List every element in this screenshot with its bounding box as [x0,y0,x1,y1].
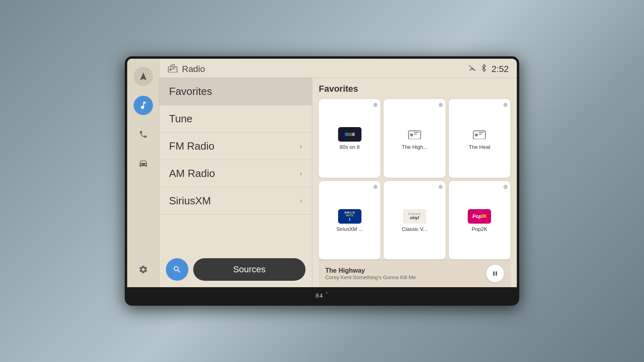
infotainment-screen: Radio 2:52 [125,56,519,306]
fav-card-classic-vinyl[interactable]: ⊕ Classic vinyl Classic V... [384,181,445,260]
screen-content: Radio 2:52 [127,59,517,287]
am-radio-chevron: › [300,169,302,178]
fav-logo-pop2k: Pop 2K [467,208,491,224]
fav-add-icon-3: ⊕ [503,101,508,108]
fav-label-the-highway: The High... [402,144,427,150]
fav-add-icon-6: ⊕ [503,183,508,190]
menu-item-tune[interactable]: Tune [159,105,312,133]
top-bar: Radio 2:52 [159,59,517,78]
favorites-heading: Favorites [319,84,510,94]
fav-logo-siriusxm: SIRIUS HITS 1 [338,208,362,224]
fav-label-pop2k: Pop2K [472,226,487,232]
left-menu: Favorites Tune FM Radio › AM Radio › Sir [159,78,312,287]
fav-logo-classic-vinyl: Classic vinyl [402,208,427,224]
now-playing-station: The Highway [325,267,416,274]
top-bar-title-area: Radio [167,64,205,74]
menu-item-favorites[interactable]: Favorites [159,78,312,105]
fav-logo-highway [402,126,427,142]
sidebar-settings-icon[interactable] [134,260,153,279]
sources-button[interactable]: Sources [193,258,305,281]
sidebar-navigation-icon[interactable] [134,67,153,86]
fav-add-icon-4: ⊕ [373,183,378,190]
fav-add-icon-1: ⊕ [373,101,378,108]
svg-rect-3 [172,69,174,70]
fav-card-pop2k[interactable]: ⊕ Pop 2K Pop2K [449,181,510,260]
main-content: Radio 2:52 [159,59,517,287]
now-playing-song: Corey Kent·Something's Gonna Kill Me [325,274,416,280]
favorites-label: Favorites [169,85,212,98]
fm-radio-label: FM Radio [169,140,215,152]
sources-label: Sources [233,264,266,275]
bluetooth-icon [481,64,487,74]
search-button[interactable] [166,258,188,281]
fav-logo-80s: 80⊙8 [338,126,362,142]
now-playing-bar: The Highway Corey Kent·Something's Gonna… [319,259,510,287]
sidebar-music-icon[interactable] [134,96,153,115]
svg-rect-6 [414,132,419,133]
siriusxm-chevron: › [300,197,302,205]
fav-card-the-heat[interactable]: ⊕ [449,99,510,178]
fav-add-icon-5: ⊕ [438,183,443,190]
sidebar-car-icon[interactable] [134,154,153,173]
fav-label-80s-on-8: 80s on 8 [340,144,360,150]
pause-button[interactable] [486,265,504,282]
page-title: Radio [182,64,205,74]
sidebar-phone-icon[interactable] [134,125,153,144]
am-radio-label: AM Radio [169,167,215,180]
fav-label-classic-vinyl: Classic V... [402,226,427,232]
fav-label-the-heat: The Heat [469,144,490,150]
menu-item-siriusxm[interactable]: SiriusXM › [159,187,312,215]
fav-add-icon-2: ⊕ [438,101,443,108]
fav-card-the-highway[interactable]: ⊕ [384,99,445,178]
svg-rect-10 [479,132,484,133]
time-display: 2:52 [491,64,509,74]
fav-label-siriusxm: SiriusXM ... [336,226,363,232]
status-icons: 2:52 [468,64,509,74]
now-playing-info: The Highway Corey Kent·Something's Gonna… [325,267,416,280]
svg-rect-11 [479,134,482,134]
radio-icon [167,64,178,74]
screen-bottom-bar: 84 ° [127,287,517,303]
tune-label: Tune [169,113,192,125]
fav-card-80s-on-8[interactable]: ⊕ 80⊙8 80s on 8 [319,99,380,178]
sidebar [127,59,159,287]
bottom-actions: Sources [166,258,305,281]
svg-point-9 [475,134,478,137]
temperature-display: 84 ° [316,292,328,299]
svg-rect-2 [172,68,176,68]
fm-radio-chevron: › [300,142,302,150]
menu-item-am-radio[interactable]: AM Radio › [159,160,312,187]
menu-item-fm-radio[interactable]: FM Radio › [159,133,312,160]
siriusxm-label: SiriusXM [169,195,211,207]
svg-point-5 [410,134,413,137]
fav-card-siriusxm-hits1[interactable]: ⊕ SIRIUS HITS 1 SiriusXM [319,181,380,260]
content-columns: Favorites Tune FM Radio › AM Radio › Sir [159,78,517,287]
svg-rect-7 [414,134,417,134]
right-panel: Favorites ⊕ 80⊙8 80s on 8 [312,78,517,287]
svg-point-1 [169,68,171,70]
no-signal-icon [468,64,476,74]
fav-logo-heat [467,126,491,142]
favorites-grid: ⊕ 80⊙8 80s on 8 ⊕ [319,99,510,259]
